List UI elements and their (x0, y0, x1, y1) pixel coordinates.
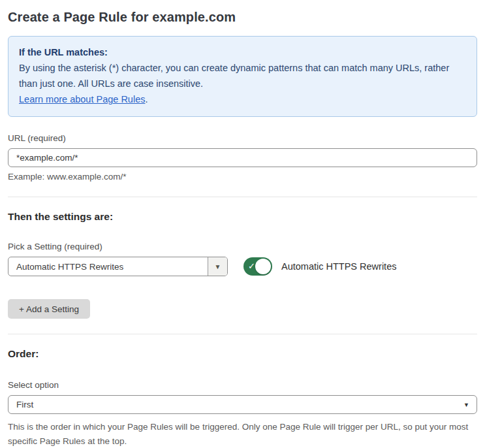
add-setting-button[interactable]: + Add a Setting (8, 299, 90, 319)
order-select-label: Select option (8, 380, 477, 390)
create-page-rule-panel: Create a Page Rule for example.com If th… (0, 0, 485, 448)
divider (8, 197, 477, 197)
link-suffix: . (145, 94, 148, 104)
chevron-down-icon: ▼ (463, 402, 469, 408)
chevron-down-icon[interactable]: ▼ (208, 257, 227, 276)
setting-dropdown[interactable]: Automatic HTTPS Rewrites ▼ (8, 257, 228, 276)
url-example-hint: Example: www.example.com/* (8, 172, 477, 182)
divider (8, 334, 477, 334)
pick-setting-label: Pick a Setting (required) (8, 242, 477, 251)
order-select[interactable]: First ▼ (8, 395, 477, 414)
settings-section-heading: Then the settings are: (8, 211, 477, 223)
url-match-info-box: If the URL matches: By using the asteris… (8, 36, 477, 117)
learn-more-link[interactable]: Learn more about Page Rules (19, 94, 145, 104)
order-section-heading: Order: (8, 348, 477, 360)
url-field-label: URL (required) (8, 133, 477, 143)
setting-row: Automatic HTTPS Rewrites ▼ ✓ Automatic H… (8, 257, 477, 276)
info-box-link-line: Learn more about Page Rules. (19, 91, 466, 107)
order-description: This is the order in which your Page Rul… (8, 420, 471, 448)
url-input[interactable] (8, 148, 477, 167)
order-select-value: First (16, 400, 33, 409)
info-box-body: By using the asterisk (*) character, you… (19, 60, 466, 91)
check-icon: ✓ (248, 262, 255, 270)
toggle-knob (255, 259, 271, 274)
info-box-heading: If the URL matches: (19, 44, 466, 60)
setting-toggle[interactable]: ✓ (243, 257, 272, 276)
setting-dropdown-value: Automatic HTTPS Rewrites (8, 257, 208, 276)
setting-toggle-label: Automatic HTTPS Rewrites (281, 261, 396, 272)
page-title: Create a Page Rule for example.com (8, 10, 477, 25)
